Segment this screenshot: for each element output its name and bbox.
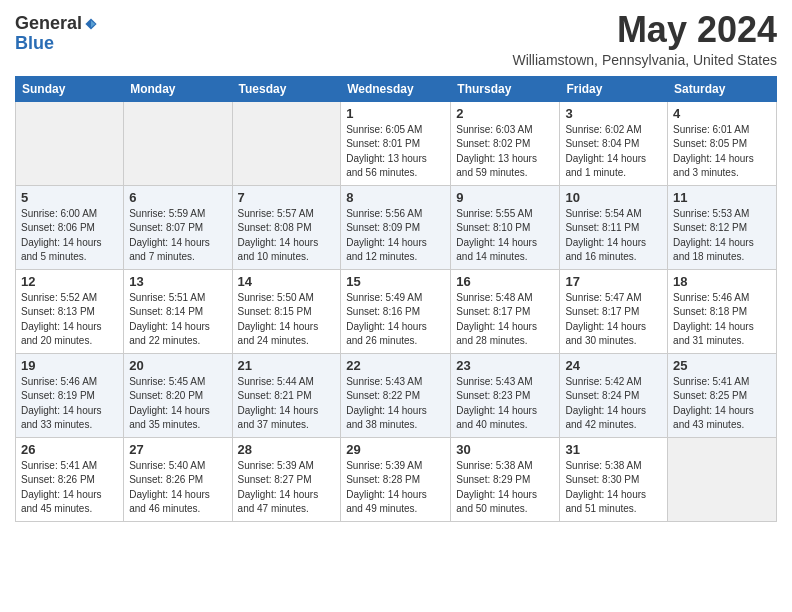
day-detail: Sunrise: 5:40 AMSunset: 8:26 PMDaylight:…	[129, 459, 226, 517]
day-number: 7	[238, 190, 336, 205]
calendar-cell	[668, 437, 777, 521]
day-detail: Sunrise: 5:51 AMSunset: 8:14 PMDaylight:…	[129, 291, 226, 349]
calendar-week-row: 26Sunrise: 5:41 AMSunset: 8:26 PMDayligh…	[16, 437, 777, 521]
calendar-cell: 17Sunrise: 5:47 AMSunset: 8:17 PMDayligh…	[560, 269, 668, 353]
calendar-cell: 15Sunrise: 5:49 AMSunset: 8:16 PMDayligh…	[341, 269, 451, 353]
weekday-header-thursday: Thursday	[451, 76, 560, 101]
day-detail: Sunrise: 6:05 AMSunset: 8:01 PMDaylight:…	[346, 123, 445, 181]
logo-icon	[84, 17, 98, 31]
title-block: May 2024 Williamstown, Pennsylvania, Uni…	[512, 10, 777, 68]
day-detail: Sunrise: 5:50 AMSunset: 8:15 PMDaylight:…	[238, 291, 336, 349]
calendar-week-row: 12Sunrise: 5:52 AMSunset: 8:13 PMDayligh…	[16, 269, 777, 353]
day-detail: Sunrise: 6:03 AMSunset: 8:02 PMDaylight:…	[456, 123, 554, 181]
day-detail: Sunrise: 5:42 AMSunset: 8:24 PMDaylight:…	[565, 375, 662, 433]
day-detail: Sunrise: 5:52 AMSunset: 8:13 PMDaylight:…	[21, 291, 118, 349]
calendar-cell: 28Sunrise: 5:39 AMSunset: 8:27 PMDayligh…	[232, 437, 341, 521]
calendar-cell: 14Sunrise: 5:50 AMSunset: 8:15 PMDayligh…	[232, 269, 341, 353]
day-detail: Sunrise: 6:00 AMSunset: 8:06 PMDaylight:…	[21, 207, 118, 265]
day-number: 20	[129, 358, 226, 373]
day-detail: Sunrise: 5:46 AMSunset: 8:19 PMDaylight:…	[21, 375, 118, 433]
logo-general-text: General	[15, 14, 82, 34]
day-number: 18	[673, 274, 771, 289]
calendar-cell	[124, 101, 232, 185]
day-detail: Sunrise: 6:01 AMSunset: 8:05 PMDaylight:…	[673, 123, 771, 181]
calendar-cell: 9Sunrise: 5:55 AMSunset: 8:10 PMDaylight…	[451, 185, 560, 269]
day-detail: Sunrise: 5:48 AMSunset: 8:17 PMDaylight:…	[456, 291, 554, 349]
day-number: 8	[346, 190, 445, 205]
day-detail: Sunrise: 5:43 AMSunset: 8:23 PMDaylight:…	[456, 375, 554, 433]
calendar-cell: 7Sunrise: 5:57 AMSunset: 8:08 PMDaylight…	[232, 185, 341, 269]
calendar-cell: 16Sunrise: 5:48 AMSunset: 8:17 PMDayligh…	[451, 269, 560, 353]
calendar-cell: 20Sunrise: 5:45 AMSunset: 8:20 PMDayligh…	[124, 353, 232, 437]
logo: General Blue	[15, 10, 98, 54]
day-detail: Sunrise: 5:47 AMSunset: 8:17 PMDaylight:…	[565, 291, 662, 349]
calendar-cell	[232, 101, 341, 185]
day-detail: Sunrise: 6:02 AMSunset: 8:04 PMDaylight:…	[565, 123, 662, 181]
day-number: 27	[129, 442, 226, 457]
day-number: 1	[346, 106, 445, 121]
day-detail: Sunrise: 5:46 AMSunset: 8:18 PMDaylight:…	[673, 291, 771, 349]
day-number: 9	[456, 190, 554, 205]
logo-blue-text: Blue	[15, 34, 54, 54]
location-text: Williamstown, Pennsylvania, United State…	[512, 52, 777, 68]
day-number: 2	[456, 106, 554, 121]
day-number: 6	[129, 190, 226, 205]
day-detail: Sunrise: 5:55 AMSunset: 8:10 PMDaylight:…	[456, 207, 554, 265]
day-number: 3	[565, 106, 662, 121]
calendar-table: SundayMondayTuesdayWednesdayThursdayFrid…	[15, 76, 777, 522]
day-number: 19	[21, 358, 118, 373]
weekday-header-friday: Friday	[560, 76, 668, 101]
day-detail: Sunrise: 5:44 AMSunset: 8:21 PMDaylight:…	[238, 375, 336, 433]
calendar-week-row: 19Sunrise: 5:46 AMSunset: 8:19 PMDayligh…	[16, 353, 777, 437]
day-detail: Sunrise: 5:59 AMSunset: 8:07 PMDaylight:…	[129, 207, 226, 265]
day-detail: Sunrise: 5:41 AMSunset: 8:25 PMDaylight:…	[673, 375, 771, 433]
day-number: 30	[456, 442, 554, 457]
day-number: 14	[238, 274, 336, 289]
month-title: May 2024	[512, 10, 777, 50]
calendar-week-row: 1Sunrise: 6:05 AMSunset: 8:01 PMDaylight…	[16, 101, 777, 185]
calendar-cell: 22Sunrise: 5:43 AMSunset: 8:22 PMDayligh…	[341, 353, 451, 437]
calendar-cell: 19Sunrise: 5:46 AMSunset: 8:19 PMDayligh…	[16, 353, 124, 437]
calendar-cell: 30Sunrise: 5:38 AMSunset: 8:29 PMDayligh…	[451, 437, 560, 521]
page-header: General Blue May 2024 Williamstown, Penn…	[15, 10, 777, 68]
day-number: 10	[565, 190, 662, 205]
day-detail: Sunrise: 5:41 AMSunset: 8:26 PMDaylight:…	[21, 459, 118, 517]
day-detail: Sunrise: 5:56 AMSunset: 8:09 PMDaylight:…	[346, 207, 445, 265]
calendar-cell: 6Sunrise: 5:59 AMSunset: 8:07 PMDaylight…	[124, 185, 232, 269]
calendar-cell: 21Sunrise: 5:44 AMSunset: 8:21 PMDayligh…	[232, 353, 341, 437]
calendar-cell: 23Sunrise: 5:43 AMSunset: 8:23 PMDayligh…	[451, 353, 560, 437]
day-detail: Sunrise: 5:43 AMSunset: 8:22 PMDaylight:…	[346, 375, 445, 433]
day-detail: Sunrise: 5:38 AMSunset: 8:30 PMDaylight:…	[565, 459, 662, 517]
day-number: 12	[21, 274, 118, 289]
day-number: 15	[346, 274, 445, 289]
day-number: 22	[346, 358, 445, 373]
day-detail: Sunrise: 5:49 AMSunset: 8:16 PMDaylight:…	[346, 291, 445, 349]
calendar-cell: 24Sunrise: 5:42 AMSunset: 8:24 PMDayligh…	[560, 353, 668, 437]
weekday-header-monday: Monday	[124, 76, 232, 101]
day-number: 16	[456, 274, 554, 289]
day-number: 31	[565, 442, 662, 457]
day-detail: Sunrise: 5:38 AMSunset: 8:29 PMDaylight:…	[456, 459, 554, 517]
calendar-cell: 11Sunrise: 5:53 AMSunset: 8:12 PMDayligh…	[668, 185, 777, 269]
day-number: 28	[238, 442, 336, 457]
calendar-cell: 2Sunrise: 6:03 AMSunset: 8:02 PMDaylight…	[451, 101, 560, 185]
calendar-cell: 13Sunrise: 5:51 AMSunset: 8:14 PMDayligh…	[124, 269, 232, 353]
calendar-cell: 3Sunrise: 6:02 AMSunset: 8:04 PMDaylight…	[560, 101, 668, 185]
calendar-week-row: 5Sunrise: 6:00 AMSunset: 8:06 PMDaylight…	[16, 185, 777, 269]
weekday-header-sunday: Sunday	[16, 76, 124, 101]
calendar-cell: 1Sunrise: 6:05 AMSunset: 8:01 PMDaylight…	[341, 101, 451, 185]
day-detail: Sunrise: 5:45 AMSunset: 8:20 PMDaylight:…	[129, 375, 226, 433]
day-detail: Sunrise: 5:39 AMSunset: 8:28 PMDaylight:…	[346, 459, 445, 517]
calendar-cell: 29Sunrise: 5:39 AMSunset: 8:28 PMDayligh…	[341, 437, 451, 521]
calendar-cell: 8Sunrise: 5:56 AMSunset: 8:09 PMDaylight…	[341, 185, 451, 269]
day-detail: Sunrise: 5:53 AMSunset: 8:12 PMDaylight:…	[673, 207, 771, 265]
calendar-cell: 25Sunrise: 5:41 AMSunset: 8:25 PMDayligh…	[668, 353, 777, 437]
day-number: 24	[565, 358, 662, 373]
day-number: 21	[238, 358, 336, 373]
day-number: 25	[673, 358, 771, 373]
calendar-cell: 26Sunrise: 5:41 AMSunset: 8:26 PMDayligh…	[16, 437, 124, 521]
calendar-cell: 12Sunrise: 5:52 AMSunset: 8:13 PMDayligh…	[16, 269, 124, 353]
day-number: 29	[346, 442, 445, 457]
day-number: 26	[21, 442, 118, 457]
day-number: 13	[129, 274, 226, 289]
